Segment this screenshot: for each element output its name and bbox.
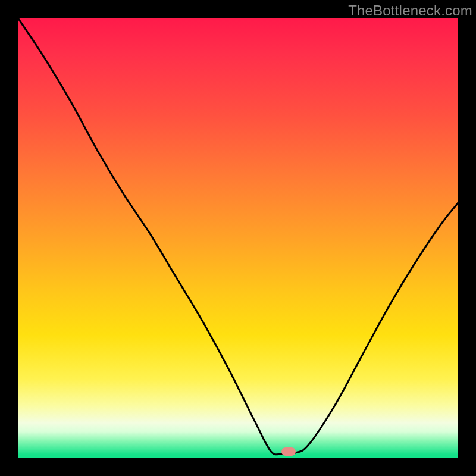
bottleneck-curve-path	[18, 18, 458, 455]
curve-svg	[18, 18, 458, 458]
plot-area	[18, 18, 458, 458]
optimal-marker	[281, 447, 296, 456]
chart-frame: TheBottleneck.com	[0, 0, 476, 476]
watermark-text: TheBottleneck.com	[348, 2, 472, 19]
